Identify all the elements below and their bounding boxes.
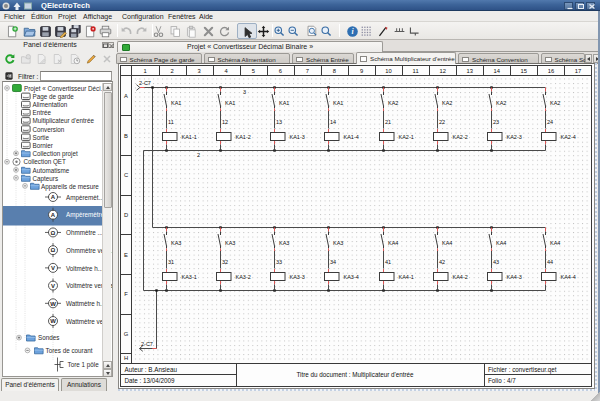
svg-text:34: 34 bbox=[330, 259, 336, 265]
svg-text:KA3: KA3 bbox=[225, 240, 235, 246]
svg-text:KA1: KA1 bbox=[171, 100, 181, 106]
svg-text:43: 43 bbox=[493, 259, 499, 265]
svg-text:Voltmètre h...: Voltmètre h... bbox=[66, 265, 103, 272]
svg-text:2: 2 bbox=[170, 68, 173, 74]
svg-text:KA4: KA4 bbox=[496, 240, 506, 246]
svg-text:Wattmètre h...: Wattmètre h... bbox=[66, 300, 106, 307]
svg-text:Appareils de mesure: Appareils de mesure bbox=[41, 183, 99, 191]
svg-text:7: 7 bbox=[306, 68, 309, 74]
svg-text:KA4: KA4 bbox=[388, 240, 398, 246]
svg-text:H: H bbox=[124, 355, 128, 361]
svg-text:KA2: KA2 bbox=[550, 100, 560, 106]
svg-text:F: F bbox=[124, 291, 128, 297]
svg-text:KA2-3: KA2-3 bbox=[507, 134, 522, 140]
svg-text:Ohmmètre ...: Ohmmètre ... bbox=[66, 229, 103, 236]
svg-text:KA4: KA4 bbox=[442, 240, 452, 246]
svg-text:Folio : 4/7: Folio : 4/7 bbox=[488, 377, 516, 384]
svg-text:V: V bbox=[51, 265, 55, 271]
svg-text:Titre du document : Multiplica: Titre du document : Multiplicateur d'ent… bbox=[296, 371, 414, 379]
svg-text:23: 23 bbox=[493, 119, 499, 125]
svg-text:Automatisme: Automatisme bbox=[33, 167, 70, 174]
svg-text:KA2: KA2 bbox=[388, 100, 398, 106]
svg-text:KA3-2: KA3-2 bbox=[236, 274, 251, 280]
svg-text:2-C7: 2-C7 bbox=[141, 341, 153, 347]
svg-text:Fichier : convertiseur.qet: Fichier : convertiseur.qet bbox=[488, 366, 557, 374]
svg-text:44: 44 bbox=[547, 259, 553, 265]
svg-text:1: 1 bbox=[143, 68, 146, 74]
svg-text:D: D bbox=[124, 212, 128, 218]
svg-text:Sortie: Sortie bbox=[33, 134, 50, 141]
svg-text:2: 2 bbox=[197, 152, 200, 158]
svg-text:A: A bbox=[51, 194, 56, 200]
svg-text:C: C bbox=[124, 172, 128, 178]
svg-text:KA4-1: KA4-1 bbox=[399, 274, 414, 280]
svg-text:KA1-3: KA1-3 bbox=[290, 134, 305, 140]
svg-text:KA4-3: KA4-3 bbox=[507, 274, 522, 280]
svg-text:KA1-1: KA1-1 bbox=[182, 134, 197, 140]
svg-text:KA3-3: KA3-3 bbox=[290, 274, 305, 280]
svg-text:KA1: KA1 bbox=[225, 100, 235, 106]
svg-text:3: 3 bbox=[198, 68, 201, 74]
svg-text:Page de garde: Page de garde bbox=[33, 93, 75, 101]
svg-text:KA2: KA2 bbox=[496, 100, 506, 106]
svg-text:A: A bbox=[51, 212, 56, 218]
svg-text:Bornier: Bornier bbox=[33, 142, 53, 149]
svg-text:KA1: KA1 bbox=[333, 100, 343, 106]
svg-text:31: 31 bbox=[168, 259, 174, 265]
svg-text:22: 22 bbox=[439, 119, 445, 125]
svg-text:Collection projet: Collection projet bbox=[33, 150, 78, 158]
svg-text:W: W bbox=[50, 318, 56, 324]
svg-text:Sondes: Sondes bbox=[38, 334, 59, 341]
svg-text:9: 9 bbox=[360, 68, 363, 74]
svg-text:Conversion: Conversion bbox=[33, 126, 65, 133]
svg-text:10: 10 bbox=[385, 68, 391, 74]
svg-text:KA3: KA3 bbox=[171, 240, 181, 246]
svg-text:2-C7: 2-C7 bbox=[139, 80, 151, 86]
svg-text:Capteurs: Capteurs bbox=[33, 175, 59, 183]
svg-text:33: 33 bbox=[276, 259, 282, 265]
svg-text:6: 6 bbox=[279, 68, 282, 74]
svg-text:KA2-4: KA2-4 bbox=[561, 134, 576, 140]
svg-text:15: 15 bbox=[521, 68, 527, 74]
svg-text:Ω: Ω bbox=[51, 230, 56, 236]
svg-text:Date : 13/04/2009: Date : 13/04/2009 bbox=[125, 377, 176, 384]
svg-text:42: 42 bbox=[439, 259, 445, 265]
svg-text:KA3: KA3 bbox=[279, 240, 289, 246]
svg-text:11: 11 bbox=[168, 119, 174, 125]
svg-text:Auteur : B.Ansieau: Auteur : B.Ansieau bbox=[125, 366, 178, 373]
svg-text:KA1: KA1 bbox=[279, 100, 289, 106]
svg-text:Collection QET: Collection QET bbox=[24, 158, 66, 166]
svg-text:KA2-2: KA2-2 bbox=[453, 134, 468, 140]
svg-text:W: W bbox=[50, 301, 56, 307]
svg-text:KA2-1: KA2-1 bbox=[399, 134, 414, 140]
svg-text:Ω: Ω bbox=[51, 247, 56, 253]
svg-text:KA3: KA3 bbox=[333, 240, 343, 246]
svg-text:8: 8 bbox=[333, 68, 336, 74]
svg-text:KA3-4: KA3-4 bbox=[344, 274, 359, 280]
svg-text:KA4: KA4 bbox=[550, 240, 560, 246]
svg-text:Entrée: Entrée bbox=[33, 109, 52, 116]
svg-text:Tore 1 pôle: Tore 1 pôle bbox=[68, 361, 100, 369]
svg-text:KA1-4: KA1-4 bbox=[344, 134, 359, 140]
svg-text:G: G bbox=[124, 331, 129, 337]
svg-text:Projet « Convertisseur Déci...: Projet « Convertisseur Déci... bbox=[24, 85, 106, 93]
svg-text:24: 24 bbox=[547, 119, 553, 125]
svg-text:E: E bbox=[124, 252, 128, 258]
svg-text:17: 17 bbox=[575, 68, 581, 74]
svg-text:A: A bbox=[124, 93, 128, 99]
svg-text:Ampèremèt...: Ampèremèt... bbox=[66, 194, 104, 202]
svg-text:B: B bbox=[124, 133, 128, 139]
svg-text:41: 41 bbox=[385, 259, 391, 265]
svg-text:KA2: KA2 bbox=[442, 100, 452, 106]
svg-text:Multiplicateur d'entrée: Multiplicateur d'entrée bbox=[33, 117, 95, 125]
svg-text:5: 5 bbox=[252, 68, 255, 74]
svg-text:Alimentation: Alimentation bbox=[33, 101, 68, 108]
svg-text:14: 14 bbox=[494, 68, 501, 74]
svg-text:21: 21 bbox=[385, 119, 391, 125]
svg-text:11: 11 bbox=[413, 68, 419, 74]
svg-text:16: 16 bbox=[548, 68, 554, 74]
svg-text:32: 32 bbox=[222, 259, 228, 265]
svg-text:13: 13 bbox=[276, 119, 282, 125]
svg-text:13: 13 bbox=[467, 68, 473, 74]
svg-text:Tores de courant: Tores de courant bbox=[46, 347, 93, 354]
